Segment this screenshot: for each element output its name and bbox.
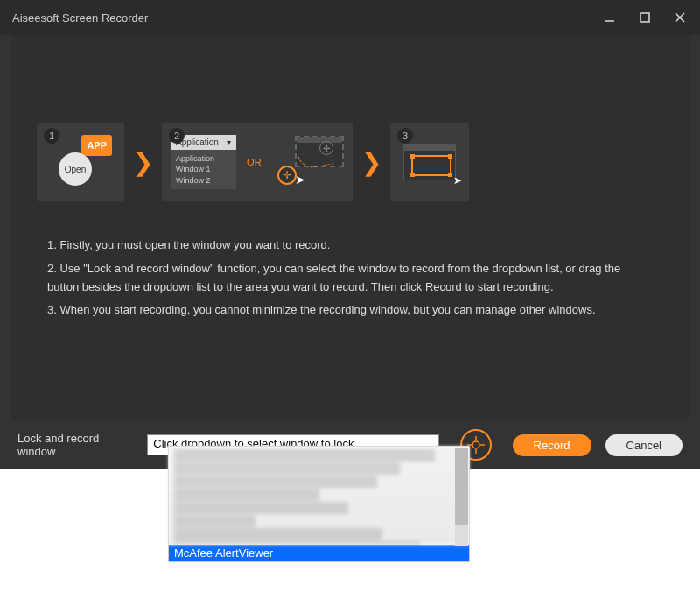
cancel-button[interactable]: Cancel	[606, 434, 682, 456]
step-number: 3	[397, 128, 413, 144]
minimize-button[interactable]	[598, 6, 621, 29]
instruction-line-1: 1. Firstly, you must open the window you…	[47, 236, 653, 255]
instruction-line-2: 2. Use "Lock and record window" function…	[47, 260, 653, 297]
step-2-card: 2 Application▾ Application Window 1 Wind…	[162, 123, 353, 201]
chevron-right-icon: ❯	[361, 148, 382, 177]
instruction-line-3: 3. When you start recording, you cannot …	[47, 301, 653, 320]
chevron-right-icon: ❯	[133, 148, 153, 177]
step-number: 1	[44, 128, 60, 144]
lock-window-label: Lock and record window	[18, 432, 138, 458]
instruction-panel: 1 APP Open ❯ 2 Application▾ Application …	[10, 35, 690, 420]
svg-rect-1	[640, 13, 649, 22]
window-controls	[598, 6, 691, 29]
record-button[interactable]: Record	[513, 434, 592, 456]
window-title: Aiseesoft Screen Recorder	[9, 11, 598, 25]
chevron-down-icon: ▾	[227, 137, 231, 147]
dropdown-selected-item[interactable]: McAfee AlertViewer	[169, 545, 469, 561]
crosshair-icon: ✛	[277, 166, 297, 185]
cursor-icon: ➤	[295, 173, 305, 187]
app-window: Aiseesoft Screen Recorder 1 APP Open ❯ 2…	[0, 0, 700, 469]
instruction-text: 1. Firstly, you must open the window you…	[10, 219, 690, 342]
titlebar: Aiseesoft Screen Recorder	[0, 0, 700, 35]
svg-point-4	[472, 441, 480, 448]
dropdown-blurred-items[interactable]	[169, 447, 469, 545]
close-button[interactable]	[668, 6, 691, 29]
step-3-card: 3 ➤	[390, 123, 469, 201]
open-label: Open	[59, 152, 92, 186]
or-label: OR	[247, 157, 262, 167]
app-badge: APP	[81, 135, 112, 156]
step-number: 2	[169, 128, 185, 144]
step-1-card: 1 APP Open	[37, 123, 124, 201]
window-dropdown-popup: McAfee AlertViewer	[168, 446, 470, 562]
dropdown-scrollbar[interactable]	[455, 448, 468, 546]
illustration-dropdown: Application▾ Application Window 1 Window…	[171, 135, 236, 190]
step-illustrations: 1 APP Open ❯ 2 Application▾ Application …	[10, 35, 690, 219]
target-illustration: ✛ ✛ ➤	[272, 136, 344, 188]
dropdown-options: Application Window 1 Window 2	[171, 150, 236, 190]
selection-illustration: ➤	[403, 144, 456, 180]
maximize-button[interactable]	[634, 6, 656, 29]
cursor-icon: ➤	[453, 174, 462, 187]
